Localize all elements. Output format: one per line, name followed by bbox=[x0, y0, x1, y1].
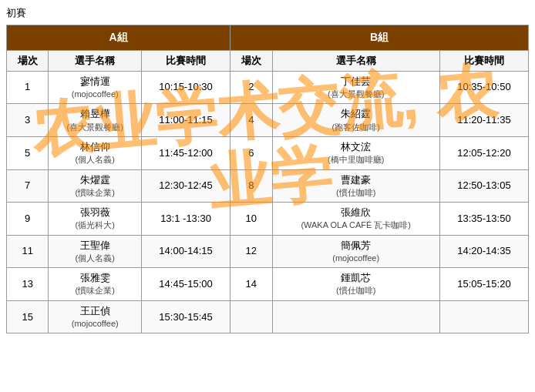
a-player-name: 張羽薇(循光科大) bbox=[49, 203, 142, 236]
b-player-name: 鍾凱芯(慣仕咖啡) bbox=[272, 268, 439, 301]
table-row: 15王正偵(mojocoffee)15:30-15:45 bbox=[7, 300, 529, 333]
b-match-time: 12:05-12:20 bbox=[439, 136, 528, 169]
a-match-no: 5 bbox=[7, 136, 49, 169]
a-player-name: 張雅雯(慣味企業) bbox=[49, 268, 142, 301]
a-match-no: 11 bbox=[7, 235, 49, 268]
b-player-name: 張維欣(WAKA OLA CAFÉ 瓦卡咖啡) bbox=[272, 203, 439, 236]
b-match-no: 10 bbox=[230, 203, 272, 236]
a-match-no: 3 bbox=[7, 104, 49, 137]
a-match-time: 14:45-15:00 bbox=[142, 268, 230, 301]
a-player-name: 王正偵(mojocoffee) bbox=[49, 300, 142, 333]
table-row: 11王聖偉(個人名義)14:00-14:1512簡佩芳(mojocoffee)1… bbox=[7, 235, 529, 268]
b-match-time: 12:50-13:05 bbox=[439, 169, 528, 203]
page-title: 初賽 bbox=[6, 6, 529, 20]
a-match-time: 14:00-14:15 bbox=[142, 235, 230, 268]
a-match-time: 10:15-10:30 bbox=[142, 71, 230, 104]
a-player-name: 賴昱樺(喜大景觀餐廳) bbox=[49, 104, 142, 137]
b-player-name: 簡佩芳(mojocoffee) bbox=[272, 235, 439, 268]
b-match-no: 6 bbox=[230, 136, 272, 169]
a-match-time: 11:00-11:15 bbox=[142, 104, 230, 137]
b-match-time: 14:20-14:35 bbox=[439, 235, 528, 268]
b-player-name: 丁佳芸(喜大景觀餐廳) bbox=[272, 71, 439, 104]
group-b-header: B組 bbox=[230, 25, 529, 51]
col-b-time: 比賽時間 bbox=[439, 50, 528, 71]
table-row: 1寥情運(mojocoffee)10:15-10:302丁佳芸(喜大景觀餐廳)1… bbox=[7, 71, 529, 104]
col-b-match: 場次 bbox=[230, 50, 272, 71]
b-match-no: 14 bbox=[230, 268, 272, 301]
table-row: 13張雅雯(慣味企業)14:45-15:0014鍾凱芯(慣仕咖啡)15:05-1… bbox=[7, 268, 529, 301]
b-player-name: 朱紹霆(跑客佐咖啡) bbox=[272, 104, 439, 137]
b-match-time: 11:20-11:35 bbox=[439, 104, 528, 137]
a-match-time: 15:30-15:45 bbox=[142, 300, 230, 333]
table-row: 5林信仰(個人名義)11:45-12:006林文浤(橋中里咖啡廳)12:05-1… bbox=[7, 136, 529, 169]
a-match-no: 7 bbox=[7, 169, 49, 203]
b-player-name bbox=[272, 300, 439, 333]
b-match-no: 4 bbox=[230, 104, 272, 137]
a-match-no: 9 bbox=[7, 203, 49, 236]
b-match-no: 8 bbox=[230, 169, 272, 203]
table-row: 7朱燿霆(慣味企業)12:30-12:458曹建豪(慣仕咖啡)12:50-13:… bbox=[7, 169, 529, 203]
b-player-name: 曹建豪(慣仕咖啡) bbox=[272, 169, 439, 203]
schedule-table: A組 B組 場次 選手名稱 比賽時間 場次 選手名稱 比賽時間 1寥情運(moj… bbox=[6, 25, 529, 333]
b-player-name: 林文浤(橋中里咖啡廳) bbox=[272, 136, 439, 169]
table-row: 9張羽薇(循光科大)13:1 -13:3010張維欣(WAKA OLA CAFÉ… bbox=[7, 203, 529, 236]
col-a-match: 場次 bbox=[7, 50, 49, 71]
a-player-name: 朱燿霆(慣味企業) bbox=[49, 169, 142, 203]
table-row: 3賴昱樺(喜大景觀餐廳)11:00-11:154朱紹霆(跑客佐咖啡)11:20-… bbox=[7, 104, 529, 137]
group-a-header: A組 bbox=[7, 25, 230, 51]
b-match-time: 10:35-10:50 bbox=[439, 71, 528, 104]
a-player-name: 寥情運(mojocoffee) bbox=[49, 71, 142, 104]
b-match-no bbox=[230, 300, 272, 333]
b-match-no: 12 bbox=[230, 235, 272, 268]
b-match-time bbox=[439, 300, 528, 333]
a-match-no: 1 bbox=[7, 71, 49, 104]
b-match-no: 2 bbox=[230, 71, 272, 104]
b-match-time: 15:05-15:20 bbox=[439, 268, 528, 301]
col-a-player: 選手名稱 bbox=[49, 50, 142, 71]
a-player-name: 林信仰(個人名義) bbox=[49, 136, 142, 169]
a-match-no: 13 bbox=[7, 268, 49, 301]
col-b-player: 選手名稱 bbox=[272, 50, 439, 71]
col-a-time: 比賽時間 bbox=[142, 50, 230, 71]
a-player-name: 王聖偉(個人名義) bbox=[49, 235, 142, 268]
a-match-time: 11:45-12:00 bbox=[142, 136, 230, 169]
b-match-time: 13:35-13:50 bbox=[439, 203, 528, 236]
a-match-time: 13:1 -13:30 bbox=[142, 203, 230, 236]
a-match-time: 12:30-12:45 bbox=[142, 169, 230, 203]
a-match-no: 15 bbox=[7, 300, 49, 333]
